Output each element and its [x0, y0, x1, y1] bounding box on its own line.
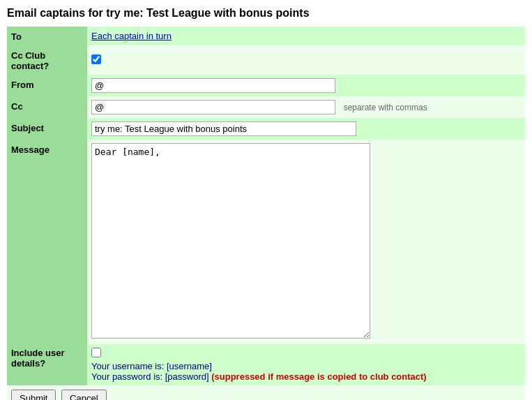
cc-hint: separate with commas	[344, 103, 427, 112]
cc-label: Cc	[7, 96, 87, 118]
message-textarea[interactable]: Dear [name],	[91, 143, 370, 339]
cc-club-label: Cc Club contact?	[7, 45, 87, 75]
from-cell	[87, 75, 525, 96]
cc-cell: separate with commas	[87, 96, 525, 118]
to-label: To	[7, 27, 87, 45]
message-cell: Dear [name],	[87, 140, 525, 344]
suppressed-note: (suppressed if message is copied to club…	[211, 371, 426, 382]
cancel-button[interactable]: Cancel	[61, 390, 106, 400]
to-value-cell: Each captain in turn	[87, 27, 525, 45]
include-checkbox[interactable]	[91, 348, 101, 357]
user-info-line1: Your username is: [username]	[91, 361, 212, 371]
page-title: Email captains for try me: Test League w…	[7, 7, 525, 20]
cc-club-checkbox[interactable]	[91, 54, 101, 64]
include-cell: Your username is: [username] Your passwo…	[87, 344, 525, 385]
from-input[interactable]	[91, 78, 335, 93]
include-label: Include user details?	[7, 344, 87, 385]
button-cell: Submit Cancel	[7, 385, 525, 400]
to-value: Each captain in turn	[91, 31, 172, 41]
message-label: Message	[7, 140, 87, 344]
from-label: From	[7, 75, 87, 96]
submit-button[interactable]: Submit	[11, 390, 56, 400]
subject-input[interactable]	[91, 121, 356, 136]
subject-cell	[87, 118, 525, 140]
cc-input[interactable]	[91, 100, 335, 114]
subject-label: Subject	[7, 118, 87, 140]
cc-club-cell	[87, 45, 525, 75]
user-info-line2: Your password is: [password]	[91, 371, 209, 382]
